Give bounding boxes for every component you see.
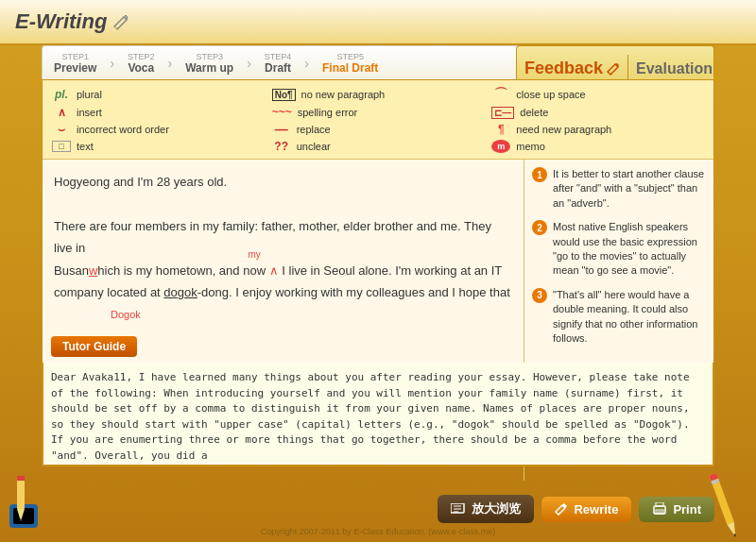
legend-label-text: text <box>77 141 94 152</box>
legend-label-insert: insert <box>77 107 102 118</box>
legend-label-newpara: need new paragraph <box>516 124 611 135</box>
step-arrow-2: › <box>168 56 173 71</box>
tab-evaluation[interactable]: Evaluation <box>628 57 720 81</box>
essay-paragraph-1: Hogyeong and I'm 28 years old. <box>54 171 512 193</box>
tab-feedback[interactable]: Feedback <box>517 55 628 82</box>
tutor-guide-area: Tutor Guide <box>42 363 714 466</box>
step-preview[interactable]: STEP1 Preview <box>43 52 108 75</box>
pencil-icon-header <box>112 13 129 30</box>
step-final-draft[interactable]: STEP5 Final Draft <box>311 52 389 75</box>
svg-marker-15 <box>727 522 739 538</box>
symbol-newpara: ¶ <box>491 123 510 136</box>
feedback-num-2: 2 <box>532 220 547 235</box>
symbol-replace: — <box>272 122 291 137</box>
feedback-num-1: 1 <box>532 167 547 182</box>
legend-label-closeup: close up space <box>516 89 585 100</box>
legend-insert: ∧ insert <box>52 106 265 119</box>
view-button[interactable]: 放大浏览 <box>438 495 534 523</box>
tutor-guide-textarea[interactable] <box>43 363 713 465</box>
feedback-text-1: It is better to start another clause aft… <box>553 167 706 211</box>
legend-label-nonewpara: no new paragraph <box>301 89 386 100</box>
feedback-num-3: 3 <box>532 288 547 303</box>
step-draft[interactable]: STEP4 Draft <box>253 52 303 75</box>
legend-incorrect: ⌣ incorrect word order <box>52 122 265 137</box>
app-title: E-Writing <box>15 9 107 34</box>
legend-label-pl: plural <box>77 89 102 100</box>
legend-text: □ text <box>52 140 265 153</box>
svg-rect-13 <box>17 476 25 481</box>
feedback-item-2: 2 Most native English speakers would use… <box>532 220 706 279</box>
svg-rect-10 <box>17 476 25 509</box>
steps-bar: STEP1 Preview › STEP2 Voca › STEP3 Warm … <box>42 45 548 79</box>
symbol-memo: m <box>491 140 510 153</box>
step-arrow-3: › <box>247 56 251 71</box>
legend-pl: pl. plural <box>52 86 265 103</box>
symbol-text: □ <box>52 141 71 152</box>
symbol-insert: ∧ <box>52 106 71 119</box>
app-header: E-Writing <box>0 0 756 45</box>
legend-label-replace: replace <box>297 124 331 135</box>
print-icon <box>652 502 667 516</box>
legend-label-memo: memo <box>516 141 545 152</box>
bottom-bar: 放大浏览 Rewrite Print <box>438 495 714 523</box>
step-arrow-1: › <box>110 56 114 71</box>
copyright: Copyright 2007-2011 by E-Class Education… <box>261 527 496 536</box>
legend-memo: m memo <box>491 140 704 153</box>
legend-label-incorrect: incorrect word order <box>77 124 169 135</box>
view-icon <box>451 503 466 515</box>
symbol-pl: pl. <box>52 88 71 101</box>
legend-newpara: ¶ need new paragraph <box>491 122 704 137</box>
svg-line-16 <box>734 534 735 536</box>
feedback-item-1: 1 It is better to start another clause a… <box>532 167 706 211</box>
rewrite-button[interactable]: Rewrite <box>541 497 631 522</box>
feedback-pencil-icon <box>607 62 620 76</box>
legend-replace: — replace <box>272 122 485 137</box>
essay-paragraph-2: There are four members in my family: fat… <box>54 215 512 326</box>
rewrite-icon <box>555 502 568 516</box>
feedback-item-3: 3 "That's all" here would have a double … <box>532 288 706 347</box>
step-voca[interactable]: STEP2 Voca <box>116 52 166 75</box>
deco-sharpener <box>0 466 57 542</box>
legend-label-delete: delete <box>520 107 548 118</box>
legend-label-unclear: unclear <box>297 141 331 152</box>
feedback-text-3: "That's all" here would have a double me… <box>553 288 706 347</box>
tutor-guide-button[interactable]: Tutor Guide <box>51 336 137 357</box>
legend-nonewpara: No¶ no new paragraph <box>272 86 485 103</box>
legend-label-spelling: spelling error <box>298 107 358 118</box>
deco-pencil <box>699 466 756 542</box>
tutor-guide-label-area: Tutor Guide <box>51 336 137 357</box>
step-arrow-4: › <box>304 56 309 71</box>
symbol-delete: ⊏— <box>491 107 514 119</box>
legend-area: pl. plural No¶ no new paragraph ⌒ close … <box>43 80 713 160</box>
feedback-text-2: Most native English speakers would use t… <box>553 220 706 279</box>
step-warmup[interactable]: STEP3 Warm up <box>174 52 245 75</box>
legend-delete: ⊏— delete <box>491 106 704 119</box>
symbol-unclear: ?? <box>272 140 291 153</box>
symbol-nonewpara: No¶ <box>272 89 296 101</box>
symbol-closeup: ⌒ <box>491 86 510 103</box>
legend-closeup: ⌒ close up space <box>491 86 704 103</box>
symbol-incorrect: ⌣ <box>52 123 71 136</box>
legend-spelling: ~~~ spelling error <box>272 106 485 119</box>
symbol-spelling: ~~~ <box>272 106 292 119</box>
legend-unclear: ?? unclear <box>272 140 485 153</box>
